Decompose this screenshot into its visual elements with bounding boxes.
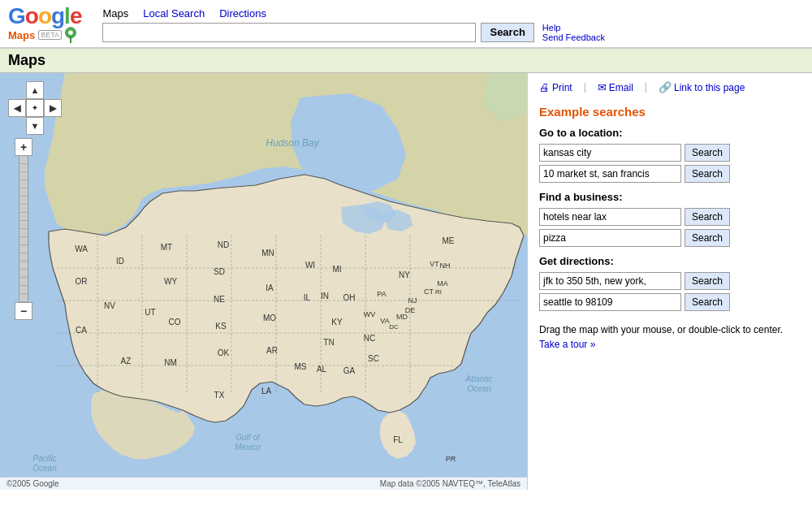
state-wv: WV <box>364 310 376 318</box>
state-wy: WY <box>164 277 177 286</box>
zoom-tick-13 <box>19 253 28 262</box>
zoom-out-button[interactable]: − <box>15 302 32 320</box>
map-footer: ©2005 Google Map data ©2005 NAVTEQ™, Tel… <box>0 477 527 490</box>
state-mt: MT <box>161 243 172 252</box>
maps-label-row: Maps BETA <box>8 26 78 44</box>
example-searches-title: Example searches <box>539 105 801 119</box>
google-logo: Google <box>8 5 81 28</box>
nav-local-search[interactable]: Local Search <box>143 7 205 19</box>
link-to-page-link[interactable]: 🔗 Link to this page <box>659 81 745 93</box>
page-title-bar: Maps <box>0 48 812 73</box>
state-vt: VT <box>430 260 439 268</box>
state-ky: KY <box>331 318 343 327</box>
page-title: Maps <box>8 52 804 69</box>
state-ok: OK <box>218 348 230 357</box>
help-link[interactable]: Help <box>542 23 561 32</box>
state-ar: AR <box>266 346 278 355</box>
divider-2: | <box>645 81 647 93</box>
pan-down-button[interactable]: ▼ <box>26 117 44 135</box>
example-search-btn-seattle[interactable]: Search <box>685 293 730 311</box>
action-links: 🖨 Print | ✉ Email | 🔗 Link to this page <box>539 81 801 93</box>
pan-lr-row: ◀ ✦ ▶ <box>8 99 62 117</box>
main-search-button[interactable]: Search <box>481 23 533 42</box>
state-ut: UT <box>145 308 155 317</box>
zoom-tick-15 <box>19 270 28 278</box>
section-directions-title: Get directions: <box>539 255 801 267</box>
example-search-btn-pizza[interactable]: Search <box>685 229 730 247</box>
state-oh: OH <box>343 293 356 302</box>
atlantic-ocean-label2: Ocean <box>467 384 491 393</box>
example-input-seattle[interactable] <box>539 293 681 311</box>
drag-info-text: Drag the map with your mouse, or double-… <box>539 324 783 335</box>
main-content: WA OR CA ID NV AZ MT WY UT CO NM ND SD <box>0 73 812 490</box>
example-input-pizza[interactable] <box>539 229 681 247</box>
main-search-input[interactable] <box>102 23 476 42</box>
zoom-tick-9 <box>19 221 28 229</box>
state-ny: NY <box>399 270 410 279</box>
state-tn: TN <box>323 338 334 347</box>
state-nj: NJ <box>408 296 417 305</box>
zoom-tick-6 <box>19 197 28 205</box>
example-search-btn-jfk[interactable]: Search <box>685 272 730 290</box>
map-nav-controls: ▲ ◀ ✦ ▶ ▼ <box>8 81 62 135</box>
map-container[interactable]: WA OR CA ID NV AZ MT WY UT CO NM ND SD <box>0 73 528 490</box>
pan-left-button[interactable]: ◀ <box>8 99 26 117</box>
header: Google Maps BETA Maps Local Search Direc… <box>0 0 812 48</box>
example-row-seattle: Search <box>539 293 801 311</box>
state-la: LA <box>261 387 272 396</box>
state-mi: MI <box>332 265 341 274</box>
state-mo: MO <box>263 314 276 322</box>
zoom-tick-17 <box>19 286 28 294</box>
zoom-tick-4 <box>19 180 28 188</box>
right-panel: 🖨 Print | ✉ Email | 🔗 Link to this page … <box>528 73 812 490</box>
state-or: OR <box>76 277 88 286</box>
zoom-tick-12 <box>19 245 28 253</box>
example-input-kansas-city[interactable] <box>539 144 681 162</box>
zoom-tick-8 <box>19 213 28 221</box>
state-ga: GA <box>343 366 356 375</box>
state-md: MD <box>396 313 408 321</box>
example-search-btn-hotels[interactable]: Search <box>685 208 730 226</box>
state-in: IN <box>321 292 329 301</box>
pan-up-button[interactable]: ▲ <box>26 81 44 99</box>
state-ms: MS <box>295 362 307 371</box>
state-nd: ND <box>218 240 229 249</box>
example-input-market-st[interactable] <box>539 165 681 183</box>
link-icon: 🔗 <box>659 81 672 93</box>
state-ct: CT <box>424 288 434 296</box>
pan-right-button[interactable]: ▶ <box>44 99 62 117</box>
zoom-track <box>19 156 28 302</box>
send-feedback-link[interactable]: Send Feedback <box>542 32 605 42</box>
example-input-jfk[interactable] <box>539 272 681 290</box>
email-link[interactable]: ✉ Email <box>598 81 633 93</box>
pacific-ocean-label: Pacific <box>32 454 56 463</box>
svg-point-1 <box>68 31 73 36</box>
logo-letter-l: l <box>64 3 70 28</box>
example-input-hotels[interactable] <box>539 208 681 226</box>
nav-maps[interactable]: Maps <box>102 7 128 19</box>
take-a-tour-link[interactable]: Take a tour » <box>539 339 595 350</box>
state-pr: PR <box>446 455 456 463</box>
help-links: Help Send Feedback <box>542 23 605 42</box>
print-icon: 🖨 <box>539 81 550 93</box>
state-co: CO <box>169 318 181 327</box>
example-row-pizza: Search <box>539 229 801 247</box>
pan-center-button[interactable]: ✦ <box>26 99 44 117</box>
state-ne: NE <box>214 295 225 304</box>
example-row-hotels: Search <box>539 208 801 226</box>
map-pin-icon <box>63 26 78 44</box>
print-link[interactable]: 🖨 Print <box>539 81 572 93</box>
state-wa: WA <box>75 244 88 253</box>
email-label: Email <box>609 82 633 93</box>
map-svg: WA OR CA ID NV AZ MT WY UT CO NM ND SD <box>0 73 528 487</box>
nav-directions[interactable]: Directions <box>219 7 266 19</box>
zoom-in-button[interactable]: + <box>15 138 32 156</box>
nav-links: Maps Local Search Directions <box>102 7 804 19</box>
example-search-btn-market-st[interactable]: Search <box>685 165 730 183</box>
zoom-tick-2 <box>19 164 28 172</box>
example-search-btn-kansas-city[interactable]: Search <box>685 144 730 162</box>
logo-area: Google Maps BETA <box>8 5 81 44</box>
logo-letter-e: e <box>70 3 82 28</box>
zoom-tick-7 <box>19 205 28 213</box>
example-row-kansas-city: Search <box>539 144 801 162</box>
